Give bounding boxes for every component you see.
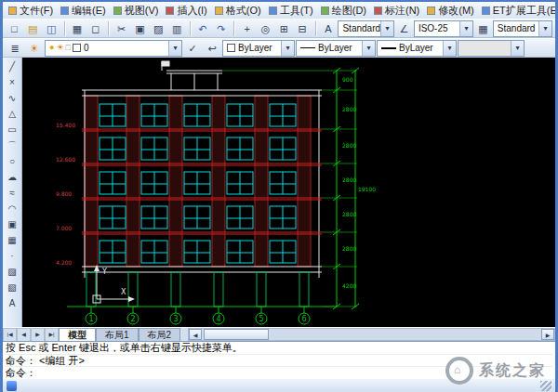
circle-icon[interactable]: ○ (4, 153, 21, 169)
tab-layout1[interactable]: 布局1 (96, 328, 139, 341)
combo-value: ByLayer (318, 43, 362, 53)
first-tab-icon[interactable]: |◀ (3, 328, 17, 341)
menu-tools[interactable]: 工具(T) (265, 3, 317, 19)
horizontal-scrollbar[interactable]: ◀ ▶ (188, 328, 555, 341)
rectangle-icon[interactable]: ▭ (4, 122, 21, 137)
layout-tab-bar: |◀ ◀ ▶ ▶| 模型 布局1 布局2 ◀ ▶ (3, 327, 555, 341)
open-icon[interactable]: ▤ (24, 20, 42, 37)
arc-icon[interactable]: ⌒ (4, 137, 21, 153)
menu-edit[interactable]: 编辑(E) (57, 3, 110, 19)
scroll-right-icon[interactable]: ▶ (541, 329, 554, 340)
save-icon[interactable]: ◫ (43, 20, 60, 37)
tab-model[interactable]: 模型 (59, 328, 96, 341)
plot-preview-icon[interactable]: ◻ (86, 20, 104, 37)
undo-icon[interactable]: ↶ (194, 20, 212, 37)
dimension-value: 900 (342, 76, 353, 83)
region-icon[interactable]: ▧ (4, 280, 21, 295)
multiline-text-icon[interactable]: A (4, 295, 21, 311)
cut-icon[interactable]: ✂ (113, 20, 130, 37)
separator (190, 21, 191, 36)
menu-icon (374, 7, 382, 15)
menu-icon (482, 7, 490, 15)
point-icon[interactable]: · (4, 248, 21, 264)
zoom-realtime-icon[interactable]: ◎ (257, 20, 274, 37)
construction-line-icon[interactable]: × (4, 74, 21, 90)
building-outline (82, 61, 322, 278)
menu-bar: 文件(F) 编辑(E) 视图(V) 插入(I) 格式(O) 工具(T) 绘图(D… (3, 2, 555, 19)
make-layer-current-icon[interactable]: ✓ (183, 40, 202, 57)
menu-icon (166, 7, 174, 15)
menu-label: 修改(M) (438, 4, 474, 18)
linetype-combo[interactable]: ByLayer ▾ (296, 40, 376, 57)
table-style-icon[interactable]: ▦ (474, 20, 492, 37)
watermark: ⌂ 系统之家 (445, 357, 546, 385)
tab-layout2[interactable]: 布局2 (139, 328, 181, 341)
layer-properties-icon[interactable]: ≣ (6, 40, 24, 57)
menu-label: 编辑(E) (72, 4, 106, 18)
menu-draw[interactable]: 绘图(D) (317, 3, 370, 19)
drawing-canvas[interactable]: 1 2 3 4 5 6 (22, 58, 555, 327)
copy-icon[interactable]: ▣ (131, 20, 149, 37)
lineweight-combo[interactable]: ByLayer ▾ (377, 40, 457, 57)
scrollbar-thumb[interactable] (204, 329, 269, 340)
menu-format[interactable]: 格式(O) (211, 3, 265, 19)
combo-value: ByLayer (399, 43, 443, 53)
menu-label: 文件(F) (20, 4, 53, 18)
chevron-down-icon[interactable]: ▾ (380, 21, 393, 36)
hatch-icon[interactable]: ▨ (4, 264, 21, 280)
text-style-icon[interactable]: A (320, 20, 338, 37)
color-combo[interactable]: ByLayer ▾ (222, 40, 295, 57)
last-tab-icon[interactable]: ▶| (45, 328, 59, 341)
menu-file[interactable]: 文件(F) (5, 3, 57, 19)
pan-icon[interactable]: + (238, 20, 256, 37)
next-tab-icon[interactable]: ▶ (31, 328, 45, 341)
combo-value: Standard (498, 23, 538, 33)
layer-states-icon[interactable]: ☀ (25, 40, 44, 57)
zoom-window-icon[interactable]: ⊞ (275, 20, 293, 37)
ellipse-icon[interactable]: ◠ (4, 201, 21, 216)
paste-icon[interactable]: ▨ (150, 20, 167, 37)
axis-label: 2 (130, 315, 135, 323)
watermark-text: 系统之家 (479, 361, 546, 381)
menu-icon (427, 7, 435, 15)
new-icon[interactable]: □ (6, 20, 23, 37)
spline-icon[interactable]: ≈ (4, 185, 21, 201)
dimension-value: 2800 (342, 245, 356, 252)
revision-cloud-icon[interactable]: ☁ (4, 169, 21, 185)
menu-view[interactable]: 视图(V) (110, 3, 163, 19)
dim-style-combo[interactable]: ISO-25 ▾ (414, 20, 473, 37)
menu-icon (321, 7, 329, 15)
chevron-down-icon[interactable]: ▾ (362, 41, 375, 56)
menu-express-tools[interactable]: ET扩展工具(E) (478, 3, 558, 19)
chevron-down-icon[interactable]: ▾ (538, 21, 551, 36)
status-app-icon[interactable] (7, 381, 17, 391)
previous-tab-icon[interactable]: ◀ (17, 328, 31, 341)
menu-icon (215, 7, 223, 15)
chevron-down-icon[interactable]: ▾ (281, 41, 294, 56)
dimension-value: 2800 (342, 176, 356, 183)
polyline-icon[interactable]: ∿ (4, 90, 21, 106)
menu-insert[interactable]: 插入(I) (162, 3, 210, 19)
zoom-previous-icon[interactable]: ⊟ (294, 20, 312, 37)
match-properties-icon[interactable]: ▥ (168, 20, 186, 37)
redo-icon[interactable]: ↷ (212, 20, 230, 37)
table-style-combo[interactable]: Standard ▾ (493, 20, 552, 37)
scroll-left-icon[interactable]: ◀ (189, 329, 202, 340)
insert-block-icon[interactable]: ▣ (4, 216, 21, 232)
plot-icon[interactable]: ▦ (69, 20, 86, 37)
polygon-icon[interactable]: △ (4, 106, 21, 122)
chevron-down-icon[interactable]: ▾ (459, 21, 472, 36)
make-block-icon[interactable]: ▦ (4, 232, 21, 248)
chevron-down-icon[interactable]: ▾ (443, 41, 456, 56)
scrollbar-track[interactable] (269, 329, 541, 340)
line-icon[interactable]: ╱ (4, 59, 21, 74)
layer-combo[interactable]: ● ☀ □ 0 ▾ (45, 40, 182, 57)
ucs-y-label: Y (101, 268, 107, 276)
menu-icon (113, 7, 122, 15)
dim-style-icon[interactable]: ∠ (395, 20, 413, 37)
menu-dimension[interactable]: 标注(N) (370, 3, 423, 19)
chevron-down-icon[interactable]: ▾ (168, 41, 181, 56)
menu-modify[interactable]: 修改(M) (423, 3, 478, 19)
layer-previous-icon[interactable]: ↩ (203, 40, 221, 57)
text-style-combo[interactable]: Standard ▾ (338, 20, 394, 37)
